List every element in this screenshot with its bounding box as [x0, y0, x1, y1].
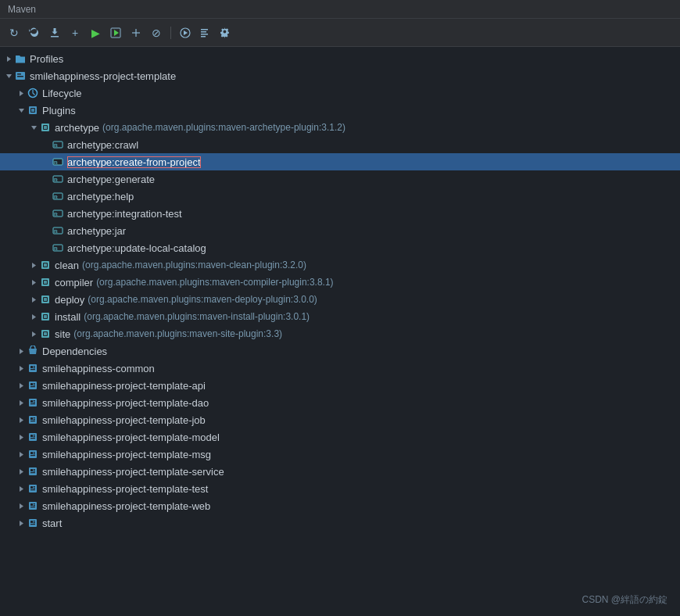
- tree-label-mod-web: smilehappiness-project-template-web: [42, 500, 210, 512]
- svg-marker-103: [20, 469, 23, 475]
- execute-maven-icon[interactable]: [177, 25, 193, 41]
- svg-rect-14: [17, 76, 23, 77]
- tree-chevron-mod-test[interactable]: [16, 483, 27, 494]
- skip-tests-icon[interactable]: ⊘: [149, 25, 164, 41]
- svg-rect-90: [30, 421, 35, 421]
- toolbar: ↻ + ▶ ⊘: [0, 19, 680, 47]
- tree-item-archetype-jar[interactable]: m:archetype:jar: [0, 222, 680, 239]
- tree-item-archetype[interactable]: archetype(org.apache.maven.plugins:maven…: [0, 119, 680, 136]
- tree-chevron-archetype-jar: [41, 225, 52, 236]
- tree-chevron-deploy[interactable]: [28, 294, 39, 305]
- add-icon[interactable]: +: [67, 25, 83, 41]
- tree-chevron-compiler[interactable]: [28, 277, 39, 288]
- tree-item-mod-model[interactable]: smilehappiness-project-template-model: [0, 428, 680, 446]
- tree-item-compiler[interactable]: compiler(org.apache.maven.plugins:maven-…: [0, 274, 680, 291]
- tree-item-profiles[interactable]: Profiles: [0, 50, 680, 67]
- tree-chevron-start[interactable]: [16, 518, 27, 528]
- tree-chevron-mod-model[interactable]: [16, 432, 27, 442]
- tree-chevron-mod-api[interactable]: [16, 380, 27, 391]
- svg-rect-107: [34, 471, 36, 471]
- tree-item-start[interactable]: start: [0, 514, 680, 532]
- tree-icon-deploy: [39, 293, 52, 306]
- download-icon[interactable]: [47, 25, 63, 41]
- tree-item-mod-common[interactable]: smilehappiness-common: [0, 360, 680, 377]
- svg-rect-94: [34, 435, 36, 435]
- toggle-off-icon[interactable]: [128, 25, 144, 41]
- tree-chevron-mod-job[interactable]: [16, 414, 27, 425]
- tree-item-archetype-update-local-catalog[interactable]: m:archetype:update-local-catalog: [0, 239, 680, 256]
- tree-item-archetype-create-from-project[interactable]: m:archetype:create-from-project: [0, 153, 680, 170]
- tree-chevron-dependencies[interactable]: [16, 346, 27, 356]
- tree-chevron-project[interactable]: [3, 70, 14, 81]
- svg-marker-91: [20, 435, 23, 440]
- tree-item-mod-web[interactable]: smilehappiness-project-template-web: [0, 497, 680, 514]
- tree-chevron-mod-common[interactable]: [16, 363, 27, 374]
- tree-item-mod-api[interactable]: smilehappiness-project-template-api: [0, 377, 680, 394]
- refresh-all-icon[interactable]: [27, 25, 42, 41]
- tree-chevron-lifecycle[interactable]: [16, 88, 27, 98]
- watermark: CSDN @絆語の約錠: [582, 593, 667, 607]
- tree-chevron-mod-msg[interactable]: [16, 449, 27, 460]
- tree-label-mod-service: smilehappiness-project-template-service: [42, 466, 224, 478]
- tree-chevron-site[interactable]: [28, 328, 39, 339]
- tree-item-plugins[interactable]: Plugins: [0, 102, 680, 119]
- tree-chevron-archetype[interactable]: [28, 122, 39, 133]
- svg-rect-20: [31, 109, 34, 112]
- tree-icon-archetype-create-from-project: m:: [52, 156, 64, 168]
- tree-icon-archetype: [39, 121, 52, 134]
- tree-chevron-archetype-generate: [41, 174, 52, 184]
- tree-chevron-mod-dao[interactable]: [16, 397, 27, 408]
- svg-rect-72: [30, 369, 35, 370]
- tree-item-clean[interactable]: clean(org.apache.maven.plugins:maven-cle…: [0, 256, 680, 274]
- run-icon[interactable]: ▶: [88, 25, 103, 41]
- tree-chevron-clean[interactable]: [28, 260, 39, 270]
- tree-icon-mod-test: [27, 482, 39, 495]
- tree-label-mod-dao: smilehappiness-project-template-dao: [42, 397, 209, 409]
- tree-icon-install: [39, 310, 52, 323]
- tree-chevron-mod-web[interactable]: [16, 500, 27, 511]
- tree-label-muted-site: (org.apache.maven.plugins:maven-site-plu…: [73, 328, 282, 339]
- run-config-icon[interactable]: [108, 25, 123, 41]
- svg-rect-102: [30, 455, 35, 456]
- tree-item-archetype-integration-test[interactable]: m:archetype:integration-test: [0, 205, 680, 222]
- svg-rect-57: [44, 298, 47, 301]
- tree-item-mod-service[interactable]: smilehappiness-project-template-service: [0, 463, 680, 480]
- tree-item-project[interactable]: smilehappiness-project-template: [0, 67, 680, 84]
- svg-marker-67: [20, 366, 23, 371]
- tree-item-mod-dao[interactable]: smilehappiness-project-template-dao: [0, 394, 680, 411]
- svg-marker-109: [20, 486, 23, 492]
- svg-rect-61: [44, 315, 47, 318]
- tree-chevron-profiles[interactable]: [3, 53, 14, 64]
- tree-label-archetype-integration-test: archetype:integration-test: [67, 208, 182, 220]
- svg-marker-115: [20, 503, 23, 509]
- tree-label-deploy: deploy: [55, 294, 84, 306]
- svg-rect-80: [29, 399, 37, 406]
- tree-item-mod-test[interactable]: smilehappiness-project-template-test: [0, 480, 680, 497]
- tree-item-mod-job[interactable]: smilehappiness-project-template-job: [0, 411, 680, 428]
- settings-icon[interactable]: [218, 25, 234, 41]
- tree-item-install[interactable]: install(org.apache.maven.plugins:maven-i…: [0, 308, 680, 325]
- svg-rect-78: [30, 386, 35, 387]
- tree-chevron-install[interactable]: [28, 311, 39, 322]
- svg-marker-79: [20, 400, 23, 406]
- tree-label-project: smilehappiness-project-template: [30, 70, 176, 82]
- tree-item-site[interactable]: site(org.apache.maven.plugins:maven-site…: [0, 325, 680, 342]
- tree-label-muted-archetype: (org.apache.maven.plugins:maven-archetyp…: [102, 122, 345, 133]
- refresh-icon[interactable]: ↻: [6, 25, 22, 41]
- svg-rect-117: [30, 503, 33, 506]
- tree-item-archetype-help[interactable]: m:archetype:help: [0, 188, 680, 205]
- tree-item-dependencies[interactable]: Dependencies: [0, 342, 680, 360]
- tree-chevron-plugins[interactable]: [16, 105, 27, 116]
- tree-label-muted-deploy: (org.apache.maven.plugins:maven-deploy-p…: [88, 294, 317, 305]
- tree-icon-plugins: [27, 104, 39, 116]
- tree-item-archetype-crawl[interactable]: m:archetype:crawl: [0, 136, 680, 153]
- tree-item-mod-msg[interactable]: smilehappiness-project-template-msg: [0, 446, 680, 463]
- tree-item-lifecycle[interactable]: Lifecycle: [0, 84, 680, 102]
- tree-chevron-mod-service[interactable]: [16, 466, 27, 477]
- tree-item-archetype-generate[interactable]: m:archetype:generate: [0, 170, 680, 188]
- svg-rect-112: [34, 486, 36, 487]
- tree-item-deploy[interactable]: deploy(org.apache.maven.plugins:maven-de…: [0, 291, 680, 308]
- tree-icon-project: [14, 70, 27, 82]
- svg-rect-95: [34, 436, 36, 437]
- generate-sources-icon[interactable]: [198, 25, 213, 41]
